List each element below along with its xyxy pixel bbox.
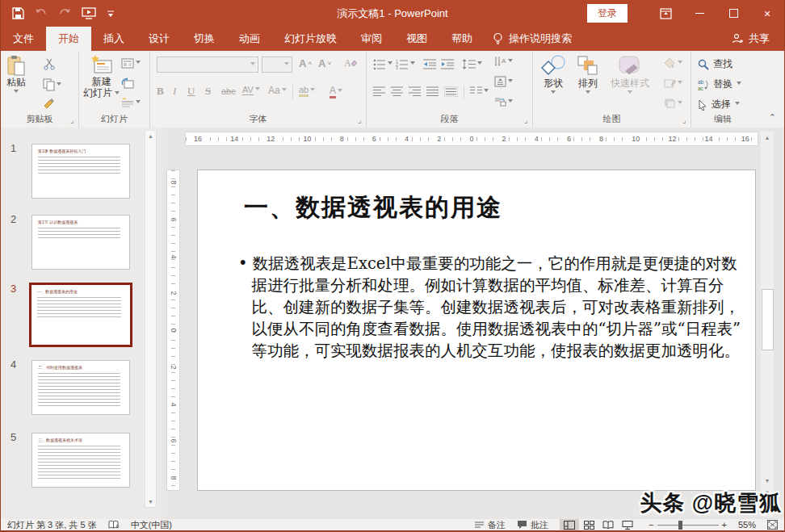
customize-qat-icon[interactable]: [107, 10, 115, 18]
change-case-button[interactable]: Aa: [268, 85, 287, 96]
slideshow-view-button[interactable]: [618, 519, 637, 530]
slide-layout-button[interactable]: [121, 58, 141, 69]
notes-button[interactable]: 备注: [474, 519, 506, 531]
slide-thumbnail-2[interactable]: 第1节 认识数据透视表: [31, 215, 130, 270]
fit-to-window-icon[interactable]: [767, 520, 778, 530]
tab-insert[interactable]: 插入: [91, 27, 136, 51]
paste-button[interactable]: 粘贴: [6, 55, 27, 95]
scrollbar-thumb[interactable]: [762, 289, 774, 350]
comments-button[interactable]: 批注: [517, 519, 548, 531]
zoom-slider[interactable]: [657, 525, 719, 526]
reset-slide-button[interactable]: [121, 77, 134, 90]
cut-button[interactable]: [43, 58, 56, 70]
bold-button[interactable]: B: [157, 85, 164, 98]
tab-design[interactable]: 设计: [136, 27, 182, 51]
main-scrollbar[interactable]: ▲ ▼: [761, 132, 774, 517]
tab-view[interactable]: 视图: [394, 27, 439, 51]
text-direction-button[interactable]: A: [494, 56, 513, 67]
maximize-button[interactable]: [716, 0, 750, 27]
scroll-up-icon[interactable]: ▲: [145, 133, 156, 139]
distribute-button[interactable]: [444, 86, 458, 97]
align-right-button[interactable]: [409, 86, 421, 97]
tell-me-search[interactable]: 操作说明搜索: [485, 27, 580, 51]
select-button[interactable]: 选择: [698, 98, 740, 111]
increase-indent-button[interactable]: [441, 59, 454, 69]
tab-slideshow[interactable]: 幻灯片放映: [272, 27, 349, 51]
character-spacing-button[interactable]: AV: [242, 85, 260, 95]
strikethrough-button[interactable]: S: [205, 85, 211, 98]
slide-thumbnail-4[interactable]: 二、何时使用数据透视表: [31, 360, 130, 415]
font-color-button[interactable]: A: [330, 85, 342, 98]
zoom-slider-thumb[interactable]: [678, 521, 682, 530]
slide-thumbnail-3-selected[interactable]: 一、数据透视表的用途: [29, 283, 132, 347]
format-painter-button[interactable]: [43, 98, 56, 111]
numbering-button[interactable]: 123: [396, 59, 415, 69]
tab-review[interactable]: 审阅: [349, 27, 394, 51]
share-button[interactable]: 共享: [732, 27, 784, 51]
italic-button[interactable]: I: [173, 85, 176, 98]
scroll-down-icon[interactable]: ▼: [145, 499, 156, 505]
align-text-button[interactable]: [494, 76, 513, 87]
scroll-down-icon[interactable]: ▼: [761, 475, 774, 488]
replace-button[interactable]: abac 替换: [698, 77, 741, 91]
normal-view-button[interactable]: [560, 519, 579, 530]
align-center-button[interactable]: [391, 86, 403, 97]
horizontal-ruler[interactable]: 1614121086420246810121416: [185, 132, 758, 146]
proofing-icon[interactable]: [108, 520, 120, 530]
zoom-out-icon[interactable]: −: [649, 520, 653, 530]
slide-body-text[interactable]: • 数据透视表是Excel中最重要的功能之一，它的作用就是更便捷的对数据进行批量…: [238, 253, 746, 362]
find-button[interactable]: 查找: [698, 57, 733, 71]
undo-icon[interactable]: [35, 8, 48, 19]
arrange-button[interactable]: 排列: [577, 55, 599, 96]
slide-canvas[interactable]: 一、数据透视表的用途 • 数据透视表是Excel中最重要的功能之一，它的作用就是…: [197, 170, 756, 491]
shape-effects-button[interactable]: [664, 98, 682, 109]
slide-thumbnail-5[interactable]: 三、数据透视表相关术语: [31, 433, 130, 488]
line-spacing-button[interactable]: [462, 59, 482, 69]
shape-fill-button[interactable]: [664, 57, 682, 69]
underline-button[interactable]: U: [187, 85, 195, 98]
slide-title[interactable]: 一、数据透视表的用途: [244, 191, 502, 224]
start-slideshow-icon[interactable]: [82, 7, 96, 19]
font-name-combo[interactable]: [157, 57, 258, 73]
tab-transitions[interactable]: 切换: [182, 27, 227, 51]
slide-counter[interactable]: 幻灯片 第 3 张, 共 5 张: [7, 519, 97, 531]
quick-styles-button[interactable]: 快速样式: [611, 55, 649, 96]
columns-button[interactable]: [470, 86, 489, 97]
save-icon[interactable]: [12, 7, 24, 19]
font-dialog-launcher-icon[interactable]: ⌟: [355, 116, 363, 124]
bullets-button[interactable]: [373, 59, 392, 69]
clipboard-dialog-launcher-icon[interactable]: ⌟: [68, 116, 76, 124]
language-status[interactable]: 中文(中国): [131, 519, 172, 531]
highlight-color-button[interactable]: ab: [299, 85, 315, 97]
collapse-ribbon-icon[interactable]: ⌃: [769, 112, 776, 123]
drawing-dialog-launcher-icon[interactable]: ⌟: [680, 116, 688, 124]
minimize-button[interactable]: [682, 0, 716, 27]
scroll-up-icon[interactable]: ▲: [761, 132, 774, 145]
copy-button[interactable]: [43, 78, 61, 91]
tab-file[interactable]: 文件: [1, 27, 46, 51]
grow-font-button[interactable]: A˄: [299, 57, 312, 69]
vertical-ruler[interactable]: 864202468: [166, 170, 180, 491]
section-button[interactable]: [121, 97, 141, 108]
align-left-button[interactable]: [373, 86, 385, 97]
slide-thumbnail-1[interactable]: 第1课 数据透视表轻松入门: [31, 144, 130, 199]
redo-icon[interactable]: [58, 8, 71, 19]
zoom-level[interactable]: 55%: [738, 520, 756, 530]
font-size-combo[interactable]: [262, 57, 292, 73]
clear-formatting-button[interactable]: A: [344, 57, 357, 69]
decrease-indent-button[interactable]: [423, 59, 436, 69]
new-slide-button[interactable]: 新建 幻灯片: [83, 55, 120, 98]
text-shadow-button[interactable]: abc: [221, 86, 236, 96]
shape-outline-button[interactable]: [664, 77, 682, 89]
shrink-font-button[interactable]: A˅: [318, 57, 331, 69]
paragraph-dialog-launcher-icon[interactable]: ⌟: [522, 116, 530, 124]
reading-view-button[interactable]: [598, 519, 618, 530]
tab-home[interactable]: 开始: [46, 27, 91, 51]
thumbnail-scrollbar[interactable]: ▲ ▼: [145, 130, 157, 508]
ribbon-display-options-icon[interactable]: [649, 0, 682, 27]
sign-in-button[interactable]: 登录: [587, 4, 628, 23]
tab-help[interactable]: 帮助: [439, 27, 485, 51]
convert-smartart-button[interactable]: [494, 96, 513, 107]
justify-button[interactable]: [426, 86, 439, 97]
slide-sorter-view-button[interactable]: [579, 519, 598, 530]
